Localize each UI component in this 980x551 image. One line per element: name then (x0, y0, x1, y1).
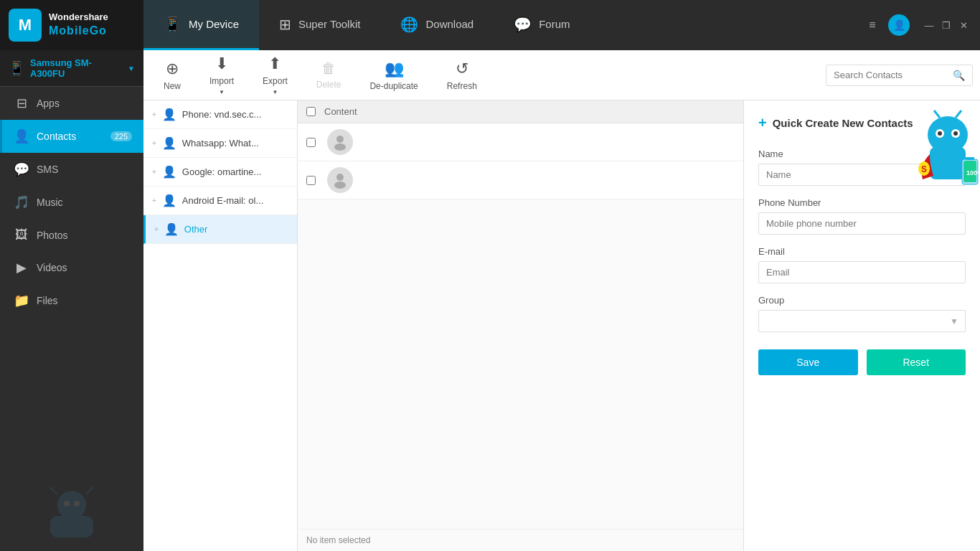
sidebar-mascot (0, 476, 143, 551)
device-selector[interactable]: 📱 Samsung SM-A300FU ▼ (0, 50, 143, 87)
expand-icon[interactable]: + (154, 225, 159, 233)
reset-button[interactable]: Reset (867, 349, 966, 375)
new-icon: ⊕ (166, 60, 179, 78)
nav-download[interactable]: 🌐 Download (380, 0, 494, 50)
export-arrow-icon: ▼ (272, 89, 278, 95)
nav-super-toolkit[interactable]: ⊞ Super Toolkit (259, 0, 380, 50)
name-field: Name (758, 149, 966, 186)
search-input[interactable] (834, 70, 948, 80)
expand-icon[interactable]: + (152, 110, 156, 118)
group-phone[interactable]: + 👤 Phone: vnd.sec.c... (143, 100, 297, 129)
svg-point-9 (334, 182, 346, 189)
group-email-icon: 👤 (162, 194, 176, 207)
svg-point-2 (64, 501, 70, 507)
forum-icon: 💬 (514, 16, 532, 33)
user-avatar[interactable]: 👤 (888, 14, 910, 36)
search-box: 🔍 (826, 65, 973, 86)
download-icon: 🌐 (400, 16, 418, 33)
svg-point-14 (938, 131, 942, 136)
group-android-email[interactable]: + 👤 Android E-mail: ol... (143, 187, 297, 215)
apps-icon: ⊟ (14, 95, 29, 111)
group-phone-icon: 👤 (162, 108, 176, 121)
group-google-icon: 👤 (162, 165, 176, 179)
topnav-right: ≡ 👤 — ❐ ✕ (862, 0, 980, 50)
toolkit-icon: ⊞ (279, 16, 291, 33)
sidebar-item-sms[interactable]: 💬 SMS (0, 153, 143, 186)
settings-icon[interactable]: ≡ (862, 15, 882, 35)
files-icon: 📁 (14, 293, 29, 309)
svg-point-8 (336, 174, 344, 181)
contact-groups-panel: + 👤 Phone: vnd.sec.c... + 👤 Whatsapp: Wh… (143, 100, 298, 551)
svg-line-5 (86, 487, 93, 494)
export-button[interactable]: ⬆ Export ▼ (250, 49, 301, 101)
sidebar-item-apps[interactable]: ⊟ Apps (0, 87, 143, 120)
group-select-wrap: ▼ (758, 310, 966, 332)
phone-input[interactable] (758, 212, 966, 235)
table-row[interactable] (298, 161, 743, 199)
contact-checkbox[interactable] (306, 138, 316, 147)
sidebar-item-music[interactable]: 🎵 Music (0, 186, 143, 219)
avatar (327, 129, 353, 155)
maximize-button[interactable]: ❐ (938, 17, 954, 33)
no-item-text: No item selected (298, 529, 743, 551)
delete-button[interactable]: 🗑 Delete (303, 55, 354, 95)
contact-list-panel: Content No item selected (298, 100, 743, 551)
table-row[interactable] (298, 123, 743, 161)
videos-icon: ▶ (14, 260, 29, 276)
group-whatsapp[interactable]: + 👤 Whatsapp: What... (143, 129, 297, 158)
search-icon[interactable]: 🔍 (953, 70, 965, 81)
nav-forum[interactable]: 💬 Forum (494, 0, 590, 50)
contacts-icon: 👤 (14, 128, 29, 144)
device-name: Samsung SM-A300FU (30, 57, 122, 79)
email-input[interactable] (758, 261, 966, 283)
refresh-button[interactable]: ↺ Refresh (434, 54, 490, 97)
expand-icon[interactable]: + (152, 168, 156, 176)
nav-my-device[interactable]: 📱 My Device (143, 0, 259, 50)
deduplicate-icon: 👥 (385, 60, 404, 78)
expand-icon[interactable]: + (152, 197, 156, 204)
chevron-down-icon: ▼ (128, 65, 135, 72)
svg-point-0 (57, 491, 86, 519)
deduplicate-button[interactable]: 👥 De-duplicate (357, 54, 430, 97)
email-field: E-mail (758, 246, 966, 283)
svg-text:100%: 100% (966, 169, 980, 176)
import-icon: ⬇ (215, 55, 228, 73)
avatar (327, 167, 353, 193)
svg-rect-21 (966, 157, 974, 160)
expand-icon[interactable]: + (152, 139, 156, 147)
close-button[interactable]: ✕ (956, 17, 971, 33)
music-icon: 🎵 (14, 194, 29, 210)
phone-field: Phone Number (758, 197, 966, 235)
save-button[interactable]: Save (758, 349, 858, 375)
group-select[interactable] (758, 310, 966, 332)
group-other[interactable]: + 👤 Other (143, 215, 297, 244)
content-area: ⊕ New ⬇ Import ▼ ⬆ Export ▼ 🗑 Delete 👥 D… (143, 50, 980, 551)
group-whatsapp-icon: 👤 (162, 136, 176, 150)
new-button[interactable]: ⊕ New (151, 54, 194, 97)
minimize-button[interactable]: — (921, 17, 937, 33)
sidebar-item-photos[interactable]: 🖼 Photos (0, 219, 143, 251)
quick-create-header: + Quick Create New Contacts (758, 115, 966, 131)
contact-list-header: Content (298, 100, 743, 123)
name-input[interactable] (758, 164, 966, 186)
group-google[interactable]: + 👤 Google: omartine... (143, 158, 297, 187)
sidebar-item-contacts[interactable]: 👤 Contacts 225 (0, 120, 143, 153)
svg-line-4 (50, 487, 57, 494)
logo-icon: M (9, 9, 42, 42)
import-arrow-icon: ▼ (219, 89, 225, 95)
contact-checkbox[interactable] (306, 176, 316, 185)
sidebar-item-files[interactable]: 📁 Files (0, 284, 143, 317)
select-all-checkbox[interactable] (306, 107, 316, 116)
device-selector-icon: 📱 (9, 60, 24, 76)
import-button[interactable]: ⬇ Import ▼ (197, 49, 247, 101)
quick-create-plus-icon: + (758, 115, 767, 131)
toolbar: ⊕ New ⬇ Import ▼ ⬆ Export ▼ 🗑 Delete 👥 D… (143, 50, 980, 100)
photos-icon: 🖼 (14, 227, 29, 242)
sidebar-item-videos[interactable]: ▶ Videos (0, 251, 143, 284)
quick-create-panel: + Quick Create New Contacts (743, 100, 980, 551)
quick-create-buttons: Save Reset (758, 349, 966, 375)
group-other-icon: 👤 (164, 222, 179, 236)
app-logo: M Wondershare MobileGo (0, 0, 143, 50)
contacts-badge: 225 (110, 131, 132, 141)
export-icon: ⬆ (268, 55, 281, 73)
